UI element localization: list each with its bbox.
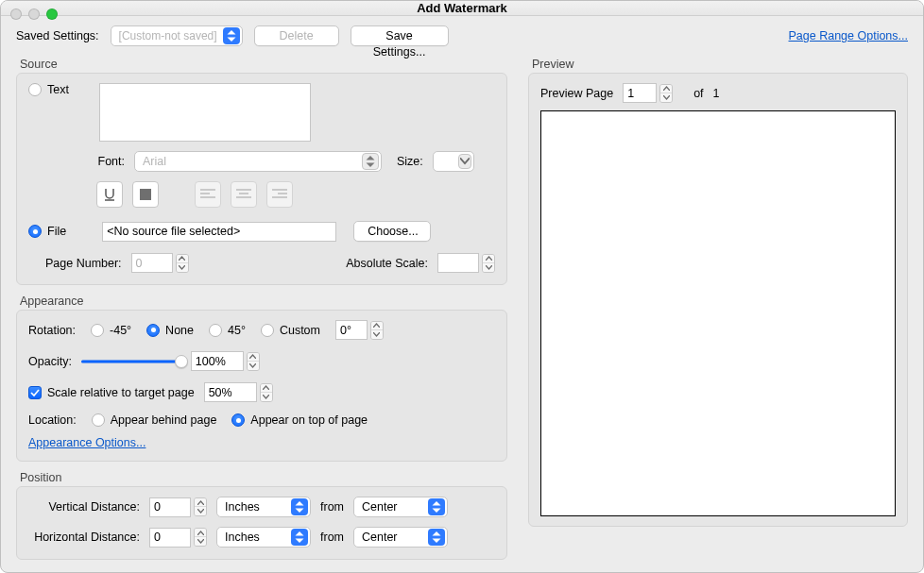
preview-total-pages: 1: [713, 87, 720, 100]
saved-settings-row: Saved Settings: [Custom-not saved] Delet…: [16, 25, 908, 46]
source-text-radio[interactable]: Text: [28, 83, 69, 96]
preview-page-label: Preview Page: [540, 87, 613, 100]
rotation-down-icon[interactable]: [371, 330, 383, 339]
absolute-scale-label: Absolute Scale:: [346, 257, 428, 270]
size-label: Size:: [397, 155, 423, 168]
hdist-down-icon[interactable]: [195, 537, 206, 546]
watermark-text-input[interactable]: [99, 83, 311, 142]
rotation-custom-field[interactable]: [335, 320, 368, 340]
rotation-none-radio[interactable]: None: [146, 324, 194, 337]
page-number-label: Page Number:: [45, 257, 122, 270]
hdist-from-dropdown[interactable]: Center: [353, 527, 448, 548]
scale-up-icon[interactable]: [261, 384, 272, 393]
rotation-45-radio[interactable]: 45°: [209, 324, 246, 337]
hdist-field[interactable]: [149, 528, 191, 548]
delete-button[interactable]: Delete: [254, 25, 339, 46]
underline-icon[interactable]: [96, 181, 123, 208]
appearance-title: Appearance: [20, 295, 507, 308]
vdist-from-dropdown[interactable]: Center: [353, 497, 448, 517]
scale-relative-stepper[interactable]: [204, 382, 273, 402]
window-title: Add Watermark: [417, 1, 507, 15]
page-number-stepper[interactable]: [131, 253, 189, 273]
font-label: Font:: [91, 155, 125, 168]
content: Saved Settings: [Custom-not saved] Delet…: [1, 16, 923, 573]
preview-group: Preview Page of 1: [528, 73, 908, 527]
location-behind-radio[interactable]: Appear behind page: [92, 413, 217, 427]
add-watermark-window: Add Watermark Saved Settings: [Custom-no…: [0, 0, 924, 573]
opacity-label: Opacity:: [28, 355, 72, 368]
hdist-unit-dropdown[interactable]: Inches: [216, 527, 311, 548]
rotation-label: Rotation:: [28, 324, 76, 337]
footer: Help Apply to Multiple Files Cancel OK: [16, 569, 908, 573]
font-value: Arial: [143, 155, 358, 168]
page-number-field[interactable]: [131, 253, 173, 273]
align-left-icon[interactable]: [195, 181, 221, 208]
source-file-radio[interactable]: File: [28, 225, 66, 238]
location-label: Location:: [28, 413, 77, 427]
absolute-scale-field[interactable]: [437, 253, 479, 273]
location-ontop-radio[interactable]: Appear on top of page: [231, 413, 368, 427]
font-dropdown[interactable]: Arial: [134, 151, 382, 172]
size-dropdown[interactable]: [433, 151, 474, 172]
align-center-icon[interactable]: [231, 181, 257, 208]
titlebar: Add Watermark: [1, 1, 923, 16]
text-color-icon[interactable]: [132, 181, 159, 208]
minimize-icon[interactable]: [28, 8, 40, 20]
opacity-slider[interactable]: [81, 353, 181, 370]
page-number-down-icon[interactable]: [177, 263, 188, 272]
main-columns: Source Text Font: Arial: [16, 52, 908, 569]
source-title: Source: [20, 58, 507, 71]
vdist-field[interactable]: [149, 497, 191, 517]
opacity-down-icon[interactable]: [248, 362, 259, 370]
absolute-scale-stepper[interactable]: [437, 253, 495, 273]
opacity-field[interactable]: [191, 351, 244, 371]
position-group: Vertical Distance: Inches fr: [16, 486, 507, 560]
preview-title: Preview: [532, 58, 908, 71]
rotation-custom-radio[interactable]: Custom: [261, 324, 320, 337]
preview-canvas: [540, 110, 896, 516]
scale-relative-field[interactable]: [204, 382, 257, 402]
window-controls: [10, 1, 58, 27]
file-path-field[interactable]: [102, 222, 336, 242]
hdist-label: Horizontal Distance:: [28, 531, 140, 544]
rotation-up-icon[interactable]: [371, 322, 383, 330]
maximize-icon[interactable]: [46, 8, 58, 20]
position-title: Position: [20, 471, 507, 484]
saved-settings-dropdown[interactable]: [Custom-not saved]: [111, 25, 243, 46]
vdist-up-icon[interactable]: [195, 498, 206, 507]
opacity-up-icon[interactable]: [248, 353, 259, 362]
scale-down-icon[interactable]: [261, 393, 272, 401]
appearance-options-link[interactable]: Appearance Options...: [28, 436, 145, 449]
page-number-up-icon[interactable]: [177, 255, 188, 263]
rotation-neg45-radio[interactable]: -45°: [91, 324, 131, 337]
scale-relative-checkbox[interactable]: Scale relative to target page: [28, 386, 195, 399]
preview-of-label: of: [693, 87, 703, 100]
hdist-stepper[interactable]: [149, 528, 207, 548]
vdist-stepper[interactable]: [149, 497, 207, 517]
preview-page-up-icon[interactable]: [660, 85, 672, 93]
save-settings-button[interactable]: Save Settings...: [351, 25, 449, 46]
saved-settings-label: Saved Settings:: [16, 29, 99, 42]
appearance-group: Rotation: -45° None 45° Custom: [16, 310, 507, 462]
choose-file-button[interactable]: Choose...: [353, 221, 431, 242]
preview-page-field[interactable]: [623, 83, 657, 103]
right-column: Preview Preview Page of 1: [528, 52, 908, 569]
absolute-scale-up-icon[interactable]: [483, 255, 494, 263]
vdist-down-icon[interactable]: [195, 507, 206, 515]
align-right-icon[interactable]: [266, 181, 293, 208]
vdist-unit-dropdown[interactable]: Inches: [216, 497, 311, 517]
source-file-label: File: [47, 225, 66, 238]
absolute-scale-down-icon[interactable]: [483, 263, 494, 272]
saved-settings-value: [Custom-not saved]: [119, 29, 219, 42]
hdist-up-icon[interactable]: [195, 529, 206, 537]
scale-relative-label: Scale relative to target page: [47, 386, 195, 399]
page-range-options-link[interactable]: Page Range Options...: [789, 29, 908, 42]
left-column: Source Text Font: Arial: [16, 52, 507, 569]
source-text-label: Text: [47, 83, 69, 96]
rotation-custom-stepper[interactable]: [335, 320, 384, 340]
close-icon[interactable]: [10, 8, 22, 20]
preview-page-down-icon[interactable]: [660, 93, 672, 102]
preview-page-stepper[interactable]: [623, 83, 673, 103]
from-label: from: [320, 500, 344, 514]
opacity-value-stepper[interactable]: [191, 351, 260, 371]
